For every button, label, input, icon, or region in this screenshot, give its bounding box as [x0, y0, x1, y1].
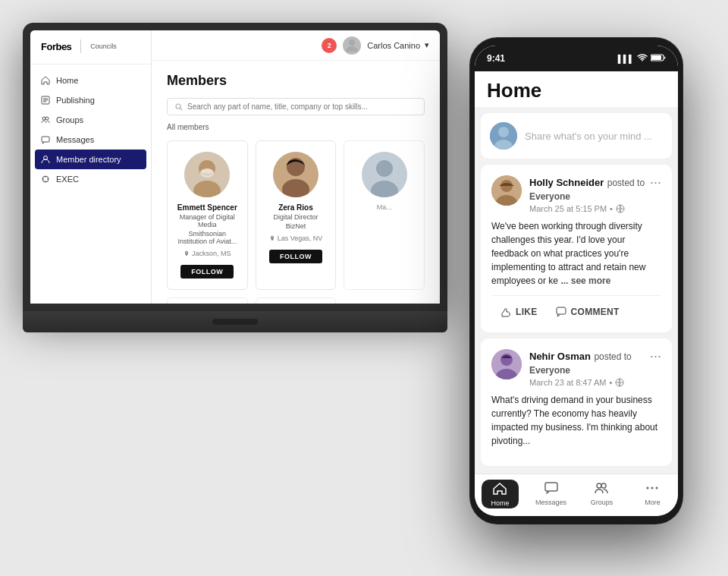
publishing-icon: [41, 96, 50, 105]
compose-avatar: [490, 122, 517, 150]
compose-user-avatar-img: [490, 122, 517, 150]
globe-icon-svg-2: [615, 378, 624, 387]
member-name-1: Emmett Spencer: [175, 203, 240, 212]
member-card-partial-1: Ma...: [344, 140, 425, 290]
member-card-1: Emmett Spencer Manager of Digital Media …: [167, 140, 248, 290]
post-avatar-1: [491, 175, 522, 206]
councils-label: Councils: [90, 42, 117, 50]
logo-divider: [80, 39, 81, 53]
user-name-display: Carlos Canino ▾: [367, 40, 429, 50]
sidebar-item-groups[interactable]: Groups: [30, 110, 151, 130]
phone-feed: Share what's on your mind ...: [475, 107, 678, 472]
post-author-name-2: Nehir Osman posted to Everyone: [529, 349, 650, 376]
tab-home-label: Home: [491, 499, 509, 507]
svg-point-55: [656, 486, 658, 489]
phone-page-title: Home: [487, 79, 666, 102]
tab-groups-icon: [595, 482, 608, 497]
svg-point-53: [647, 486, 649, 489]
member-company-1: Smithsonian Institution of Aviat...: [175, 230, 240, 245]
post-avatar-2: [491, 349, 522, 379]
tab-item-more[interactable]: More: [627, 482, 678, 506]
sidebar-label-groups: Groups: [56, 115, 83, 124]
compose-placeholder-text[interactable]: Share what's on your mind ...: [525, 131, 652, 142]
user-avatar-img: [343, 36, 361, 55]
sidebar-item-messages[interactable]: Messages: [30, 130, 151, 150]
post-more-btn-1[interactable]: ···: [650, 175, 661, 189]
battery-icon: [651, 54, 666, 63]
svg-point-13: [349, 39, 355, 46]
phone-notch: [542, 49, 610, 65]
svg-rect-44: [557, 307, 566, 314]
laptop-screen-housing: Forbes Councils Home: [23, 23, 447, 311]
post-author-info-2: Nehir Osman posted to Everyone March 23 …: [491, 349, 650, 387]
sidebar-label-messages: Messages: [56, 135, 94, 144]
post-actions-1: LIKE COMMENT: [491, 295, 661, 322]
post-meta-2: Nehir Osman posted to Everyone March 23 …: [529, 349, 650, 387]
sidebar-item-exec[interactable]: EXEC: [30, 169, 151, 189]
post-time-row-1: March 25 at 5:15 PM •: [529, 204, 650, 213]
post-header-2: Nehir Osman posted to Everyone March 23 …: [491, 349, 661, 387]
groups-icon: [41, 115, 50, 124]
post-more-btn-2[interactable]: ···: [650, 349, 661, 363]
svg-point-37: [498, 127, 509, 137]
member-location-1: Jackson, MS: [175, 250, 240, 257]
member-avatar-2: [273, 152, 318, 197]
svg-point-5: [46, 117, 49, 120]
post-author-info-1: Holly Schneider posted to Everyone March…: [491, 175, 650, 213]
phone-header: Home: [475, 71, 678, 107]
tab-more-label: More: [645, 499, 661, 506]
phone-screen: 9:41 ▌▌▌: [475, 46, 678, 516]
phone-status-icons: ▌▌▌: [618, 54, 666, 63]
comment-button-1[interactable]: COMMENT: [547, 302, 629, 322]
phone-device: 9:41 ▌▌▌: [470, 38, 682, 524]
member-card-2: Zera Rios Digital Director BizNet Las Ve…: [256, 140, 337, 290]
member-name-2: Zera Rios: [264, 203, 328, 212]
phone-status-bar: 9:41 ▌▌▌: [475, 46, 678, 71]
comment-icon-1: [556, 307, 566, 317]
all-members-label: All members: [167, 123, 425, 131]
sidebar-label-exec: EXEC: [56, 175, 79, 184]
sidebar-item-home[interactable]: Home: [30, 71, 151, 90]
tab-more-icon: [645, 482, 659, 497]
globe-icon-svg-1: [616, 204, 625, 213]
forbes-brand: Forbes: [41, 41, 71, 52]
member-company-2: BizNet: [264, 222, 328, 230]
post-author-avatar-img-1: [491, 175, 522, 206]
members-content-area: Members All members: [152, 61, 440, 304]
follow-btn-1[interactable]: FOLLOW: [180, 265, 234, 279]
follow-btn-2[interactable]: FOLLOW: [269, 250, 322, 263]
wifi-icon: [637, 54, 648, 63]
compose-post-area[interactable]: Share what's on your mind ...: [481, 113, 672, 159]
like-button-1[interactable]: LIKE: [491, 302, 547, 322]
tab-item-groups[interactable]: Groups: [576, 482, 627, 506]
post-card-2: Nehir Osman posted to Everyone March 23 …: [481, 338, 672, 466]
member-title-2: Digital Director: [264, 213, 328, 221]
sidebar-item-publishing[interactable]: Publishing: [30, 90, 151, 110]
svg-point-52: [601, 483, 606, 488]
member-avatar-img-2: [273, 152, 318, 197]
post-body-1: We've been working through diversity cha…: [491, 219, 661, 288]
search-input[interactable]: [187, 102, 400, 111]
sidebar-item-member-directory[interactable]: Member directory: [35, 150, 146, 169]
sidebar-label-publishing: Publishing: [56, 96, 95, 105]
members-page-title: Members: [167, 73, 425, 89]
member-avatar-img-1: [184, 152, 230, 197]
svg-rect-50: [545, 483, 557, 491]
dropdown-arrow-icon[interactable]: ▾: [425, 40, 429, 50]
members-grid: Emmett Spencer Manager of Digital Media …: [167, 140, 425, 304]
members-search-bar[interactable]: [167, 98, 425, 115]
svg-point-20: [186, 252, 187, 253]
member-card-partial-3: [256, 297, 337, 304]
svg-point-14: [176, 104, 180, 109]
post-time-2: March 23 at 8:47 AM: [529, 378, 607, 387]
phone-body: 9:41 ▌▌▌: [470, 38, 682, 524]
sidebar-logo: Forbes Councils: [30, 39, 151, 65]
tab-item-messages[interactable]: Messages: [526, 482, 576, 506]
tab-groups-label: Groups: [591, 499, 613, 506]
svg-line-15: [180, 108, 183, 110]
tab-item-home[interactable]: Home: [475, 480, 526, 508]
sidebar-label-member-directory: Member directory: [56, 155, 121, 164]
member-avatar-partial-1: [362, 152, 407, 197]
see-more-1[interactable]: ... see more: [560, 275, 610, 286]
notification-badge[interactable]: 2: [322, 38, 337, 53]
